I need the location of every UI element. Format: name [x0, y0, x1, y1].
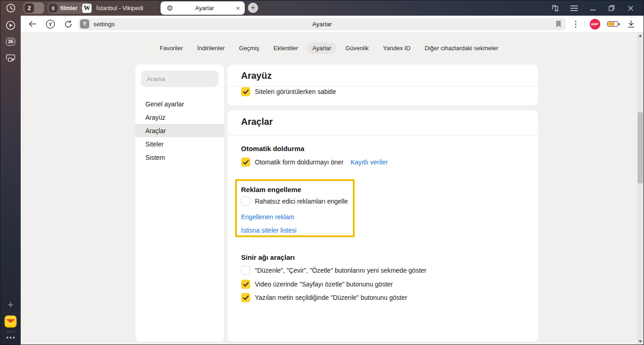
sidebar-more-button[interactable] — [0, 337, 21, 339]
sidebar-item-arayuz[interactable]: Arayüz — [135, 111, 224, 124]
scrollbar-thumb[interactable] — [638, 112, 643, 183]
nav-eklentiler[interactable]: Eklentiler — [269, 42, 303, 54]
battery-saver-button[interactable] — [603, 17, 622, 31]
nav-diger-cihazlar[interactable]: Diğer cihazlardaki sekmeler — [420, 42, 503, 54]
address-bar[interactable]: Y settings Ayarlar — [78, 18, 566, 30]
settings-nav: Favoriler İndirilenler Geçmiş Eklentiler… — [21, 41, 637, 54]
neural-row-3: Yazılan metin seçildiğinde "Düzenle" but… — [227, 293, 538, 302]
tab-panels-button[interactable] — [546, 0, 564, 16]
back-button[interactable] — [23, 17, 41, 31]
tab-ayarlar-active[interactable]: ⚙ Ayarlar × — [161, 1, 245, 15]
tab-list-button[interactable]: 2 — [23, 2, 44, 14]
nav-favoriler[interactable]: Favoriler — [155, 42, 188, 54]
minimize-button[interactable] — [583, 0, 602, 16]
settings-gear-favicon: ⚙ — [167, 5, 173, 12]
checkbox-checked[interactable] — [241, 87, 250, 96]
toolbar-menu-button[interactable] — [569, 17, 582, 31]
nav-gecmis[interactable]: Geçmiş — [234, 42, 264, 54]
yandex-mail-icon — [5, 316, 17, 327]
close-window-button[interactable] — [621, 0, 640, 16]
nav-yandex-id[interactable]: Yandex ID — [378, 42, 416, 54]
history-button[interactable] — [0, 3, 21, 13]
video-call-tab-icon — [5, 54, 16, 63]
neural-heading: Sinir ağı araçları — [241, 253, 295, 261]
play-icon — [6, 20, 16, 30]
yandex-mail-button[interactable] — [0, 316, 21, 327]
wikipedia-favicon: W — [82, 4, 92, 13]
scrolled-row-clip: Siteleri görüntülerken sabitle — [227, 87, 538, 105]
tab-group-label: filmler — [60, 5, 78, 12]
section-title: Araçlar — [241, 117, 273, 127]
sidebar-item-genel-ayarlar[interactable]: Genel ayarlar — [135, 97, 224, 111]
autofill-row: Otomatik form doldurmayı öner Kayıtlı ve… — [227, 158, 538, 167]
restore-button[interactable] — [602, 0, 621, 16]
bookmark-button[interactable] — [555, 20, 562, 28]
neural-row-1: "Düzenle", "Çevir", "Özetle" butonlarını… — [227, 266, 538, 275]
checkbox-checked[interactable] — [241, 158, 250, 167]
sidebar-item-araclar[interactable]: Araçlar — [135, 124, 224, 137]
download-icon — [627, 20, 635, 28]
tab-close-icon[interactable]: × — [236, 5, 240, 12]
side-panel: 35 + — [0, 0, 21, 345]
new-tab-button[interactable]: + — [248, 3, 258, 13]
kayitli-veriler-link[interactable]: Kayıtlı veriler — [351, 158, 388, 166]
setting-label: "Düzenle", "Çevir", "Özetle" butonlarını… — [255, 267, 426, 274]
browser-toolbar: Y Y settings Ayarlar ABP — [21, 16, 644, 33]
page-scrollbar[interactable] — [637, 33, 644, 345]
kebab-menu-icon — [575, 21, 576, 28]
abp-badge: ABP — [590, 19, 600, 29]
nav-indirilenler[interactable]: İndirilenler — [192, 42, 230, 54]
media-button[interactable] — [0, 20, 21, 30]
history-clock-icon — [6, 3, 16, 13]
nav-guvenlik[interactable]: Güvenlik — [340, 42, 374, 54]
browser-menu-button[interactable] — [564, 0, 583, 16]
video-call-tab-button[interactable] — [0, 54, 21, 63]
downloads-toolbar-button[interactable] — [622, 17, 640, 31]
checkbox-unchecked[interactable] — [241, 266, 250, 275]
downloads-button[interactable]: 35 — [0, 38, 21, 46]
setting-label: Siteleri görüntülerken sabitle — [255, 88, 336, 95]
sidebar-item-siteler[interactable]: Siteler — [135, 137, 224, 151]
refresh-icon — [64, 20, 73, 29]
url-text: settings — [93, 21, 115, 28]
minimize-icon — [590, 6, 596, 11]
tab-title: İstanbul - Vikipedi — [96, 5, 143, 12]
bookmark-icon — [555, 20, 562, 28]
adblock-heading: Reklam engelleme — [241, 186, 301, 193]
add-panel-button[interactable]: + — [0, 300, 21, 310]
adblock-plus-button[interactable]: ABP — [586, 17, 603, 31]
tab-istanbul-vikipedi[interactable]: W İstanbul - Vikipedi — [82, 0, 143, 16]
sidebar-divider — [6, 332, 15, 332]
settings-sidebar: Genel ayarlar Arayüz Araçlar Siteler Sis… — [135, 64, 224, 342]
neural-row-2: Video üzerinde "Sayfayı özetle" butonunu… — [227, 280, 538, 289]
nav-ayarlar[interactable]: Ayarlar — [307, 42, 336, 54]
engellenen-reklam-link[interactable]: Engellenen reklam — [241, 213, 294, 221]
svg-text:Y: Y — [49, 21, 52, 27]
tab-bar: 2 0 filmler W İstanbul - Vikipedi ⚙ Ayar… — [0, 0, 644, 16]
more-dots-icon — [6, 337, 15, 339]
hamburger-menu-icon — [570, 6, 578, 11]
browser-window: 2 0 filmler W İstanbul - Vikipedi ⚙ Ayar… — [0, 0, 644, 345]
yandex-services-button[interactable]: Y — [41, 17, 59, 31]
tab-count-badge: 2 — [24, 3, 34, 13]
checkbox-checked[interactable] — [241, 280, 250, 289]
section-title: Arayüz — [241, 70, 272, 81]
checkbox-checked[interactable] — [241, 293, 250, 302]
sidebar-item-sistem[interactable]: Sistem — [135, 151, 224, 164]
site-y-icon: Y — [80, 19, 89, 29]
yandex-circle-icon: Y — [46, 19, 55, 29]
plus-icon: + — [8, 300, 14, 310]
section-arayuz: Arayüz Siteleri görüntülerken sabitle — [227, 64, 538, 105]
battery-icon — [607, 21, 618, 27]
section-araclar: Araçlar Otomatik doldurma Otomatik form … — [227, 110, 538, 342]
checkbox-unchecked[interactable] — [241, 197, 250, 206]
scroll-up-arrow[interactable] — [638, 35, 642, 37]
highlighted-adblock-box: Reklam engelleme Rahatsız edici reklamla… — [235, 179, 355, 237]
scroll-down-arrow[interactable] — [638, 340, 642, 343]
autofill-heading: Otomatik doldurma — [241, 145, 305, 152]
istisna-siteler-link[interactable]: İstisna siteler listesi — [241, 227, 297, 234]
search-input[interactable] — [141, 70, 218, 87]
adblock-row: Rahatsız edici reklamları engelle — [241, 197, 348, 206]
back-arrow-icon — [29, 21, 37, 27]
refresh-button[interactable] — [59, 17, 77, 31]
